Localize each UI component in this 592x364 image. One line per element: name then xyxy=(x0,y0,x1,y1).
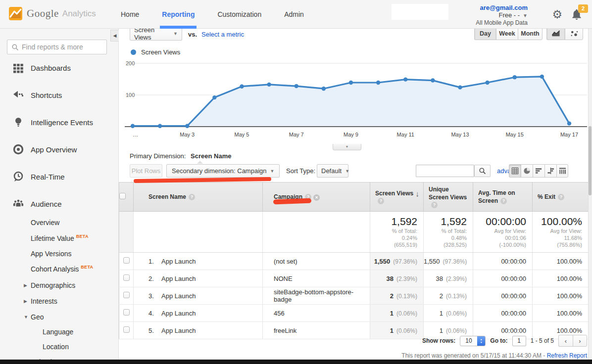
sort-type-dropdown[interactable]: Default▼ xyxy=(317,164,348,178)
data-point[interactable] xyxy=(458,85,462,89)
granularity-month-button[interactable]: Month xyxy=(518,27,543,40)
account-info[interactable]: are@gmail.com Free - -▼ All Mobile App D… xyxy=(399,4,528,27)
data-point[interactable] xyxy=(431,78,435,82)
screen-name-cell[interactable]: 4.App Launch xyxy=(134,305,263,322)
vertical-scrollbar[interactable] xyxy=(588,29,592,360)
help-icon[interactable]: ? xyxy=(189,194,195,200)
help-icon[interactable]: ? xyxy=(431,202,438,208)
data-point[interactable] xyxy=(349,81,353,85)
column-header-unique-screen-views[interactable]: Unique Screen Views? xyxy=(424,182,473,212)
account-plan[interactable]: Free - -▼ xyxy=(399,11,528,19)
scrollbar-thumb[interactable] xyxy=(589,126,592,195)
data-point[interactable] xyxy=(567,121,571,125)
sidebar-item-overview[interactable]: Overview xyxy=(0,217,119,228)
sidebar-item-dashboards[interactable]: Dashboards xyxy=(0,61,119,75)
campaign-cell[interactable]: freeLink xyxy=(263,322,370,339)
remove-column-icon[interactable]: ✕ xyxy=(313,194,320,201)
refresh-report-link[interactable]: Refresh Report xyxy=(547,352,587,359)
notifications-button[interactable]: 2 xyxy=(570,8,584,22)
data-point[interactable] xyxy=(131,124,135,128)
motion-chart-button[interactable] xyxy=(565,27,583,40)
column-header-avg-time-on-screen[interactable]: Avg. Time on Screen? xyxy=(473,182,533,212)
plot-rows-button[interactable]: Plot Rows xyxy=(130,164,162,178)
sidebar-item-shortcuts[interactable]: Shortcuts xyxy=(0,88,119,102)
account-email[interactable]: are@gmail.com xyxy=(399,4,528,11)
screen-name-cell[interactable]: 5.App Launch xyxy=(134,322,263,339)
campaign-cell[interactable]: siteBadge-bottom-appstore-badge xyxy=(263,287,370,305)
row-checkbox[interactable] xyxy=(123,309,130,316)
sort-desc-icon[interactable]: ↓ xyxy=(416,189,420,198)
sidebar-item-cohort-analysis[interactable]: Cohort AnalysisBETA xyxy=(0,264,119,274)
sidebar-item-lifetime-value[interactable]: Lifetime ValueBETA xyxy=(0,233,119,244)
campaign-cell[interactable]: NONE xyxy=(263,270,370,287)
sidebar-search[interactable] xyxy=(7,40,107,54)
pivot-view-button[interactable] xyxy=(556,164,568,178)
column-header-screen-name[interactable]: Screen Name? xyxy=(134,182,263,212)
primary-dimension-value[interactable]: Screen Name xyxy=(191,152,231,160)
screen-name-cell[interactable]: 2.App Launch xyxy=(134,270,263,287)
data-point[interactable] xyxy=(158,124,162,128)
sidebar-item-app-versions[interactable]: App Versions xyxy=(0,248,119,259)
data-point[interactable] xyxy=(295,84,298,88)
data-point[interactable] xyxy=(540,75,544,79)
gear-icon[interactable]: ⚙ xyxy=(552,8,562,21)
campaign-cell[interactable]: 456 xyxy=(263,305,370,322)
nav-reporting[interactable]: Reporting xyxy=(162,0,195,29)
performance-view-button[interactable] xyxy=(533,164,544,178)
data-point[interactable] xyxy=(267,83,271,87)
column-header-campaign[interactable]: Campaign?✕ xyxy=(263,182,370,212)
screen-name-cell[interactable]: 1.App Launch xyxy=(134,253,263,270)
table-search-button[interactable] xyxy=(474,165,491,177)
data-point[interactable] xyxy=(376,81,380,85)
sidebar-item-app-overview[interactable]: App Overview xyxy=(0,142,119,156)
google-analytics-logo[interactable]: Google Analytics xyxy=(9,7,96,20)
row-checkbox[interactable] xyxy=(123,326,130,333)
data-point[interactable] xyxy=(240,85,244,89)
next-page-button[interactable]: › xyxy=(573,335,587,347)
comparison-view-button[interactable] xyxy=(544,164,556,178)
select-all-checkbox[interactable] xyxy=(119,193,126,199)
row-checkbox[interactable] xyxy=(123,274,130,281)
prev-page-button[interactable]: ‹ xyxy=(558,335,573,347)
sidebar-collapse-button[interactable]: ◀ xyxy=(110,30,119,42)
data-point[interactable] xyxy=(513,75,517,79)
timeseries-chart[interactable]: 100200…May 3May 5May 7May 9May 11May 13M… xyxy=(120,58,591,143)
sidebar-item-language[interactable]: Language xyxy=(0,326,119,337)
screen-name-cell[interactable]: 3.App Launch xyxy=(134,287,263,305)
data-point[interactable] xyxy=(485,81,489,85)
line-chart-button[interactable] xyxy=(546,27,565,40)
data-point[interactable] xyxy=(403,77,407,81)
campaign-cell[interactable]: (not set) xyxy=(263,253,370,270)
sidebar-item-interests[interactable]: ▶Interests xyxy=(0,296,119,307)
row-checkbox[interactable] xyxy=(123,292,130,298)
help-icon[interactable]: ? xyxy=(500,198,507,204)
annotations-expander[interactable]: ▼ xyxy=(333,144,361,150)
select-metric-link[interactable]: Select a metric xyxy=(201,31,244,38)
help-icon[interactable]: ? xyxy=(378,198,384,204)
search-input[interactable] xyxy=(22,43,101,51)
percent-view-button[interactable] xyxy=(521,164,533,178)
sidebar-item-audience[interactable]: Audience xyxy=(0,197,119,211)
sidebar-item-intelligence-events[interactable]: Intelligence Events xyxy=(0,115,119,129)
sidebar-item-location[interactable]: Location xyxy=(0,341,119,352)
sidebar-item-demographics[interactable]: ▶Demographics xyxy=(0,280,119,291)
goto-page-input[interactable] xyxy=(512,336,526,346)
secondary-dimension-dropdown[interactable]: Secondary dimension: Campaign▼ xyxy=(166,164,280,178)
row-checkbox[interactable] xyxy=(123,257,130,264)
sidebar-item-real-time[interactable]: Real-Time xyxy=(0,170,119,183)
column-header--exit[interactable]: % Exit? xyxy=(533,182,589,212)
help-icon[interactable]: ? xyxy=(558,194,564,200)
sidebar-item-geo[interactable]: ▼Geo xyxy=(0,312,119,322)
granularity-day-button[interactable]: Day xyxy=(474,27,496,40)
granularity-week-button[interactable]: Week xyxy=(496,27,518,40)
data-point[interactable] xyxy=(185,124,189,128)
column-header-screen-views[interactable]: Screen Views?↓ xyxy=(370,182,424,212)
nav-customization[interactable]: Customization xyxy=(217,0,261,29)
metric-selector-dropdown[interactable]: Screen Views▼ xyxy=(130,27,182,41)
data-point[interactable] xyxy=(212,95,216,99)
nav-admin[interactable]: Admin xyxy=(284,0,304,29)
table-search-input[interactable] xyxy=(416,165,474,177)
nav-home[interactable]: Home xyxy=(121,0,139,29)
rows-per-page-select[interactable]: 10 ▲▼ xyxy=(460,336,486,346)
table-view-button[interactable] xyxy=(509,164,521,178)
